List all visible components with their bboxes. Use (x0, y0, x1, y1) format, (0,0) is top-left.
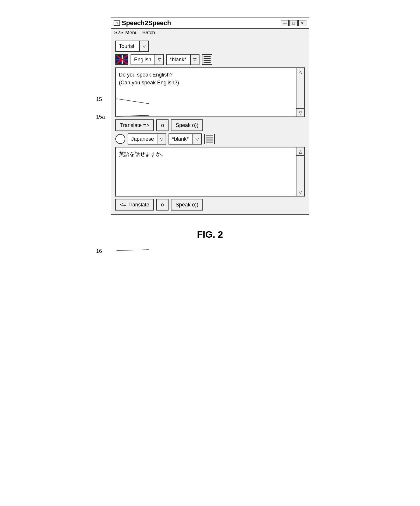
uk-flag-icon (115, 54, 128, 65)
line-6 (206, 138, 213, 138)
target-text-area: 英語を話せますか。 △ ▽ (115, 147, 305, 197)
title-bar: □ Speech2Speech — □ × (111, 18, 309, 29)
english-row: English ▽ *blank* ▽ (115, 54, 305, 65)
japanese-row: Japanese ▽ *blank* ▽ (115, 133, 305, 145)
japanese-dropdown-arrow[interactable]: ▽ (157, 134, 166, 144)
translate-forward-row: Translate => o Speak o)) (115, 119, 305, 131)
o-button-1[interactable]: o (156, 119, 169, 131)
source-text-content: Do you speak English? (Can you speak Eng… (116, 68, 296, 116)
source-text-line1: Do you speak English? (119, 71, 293, 79)
english-dropdown-value: English (131, 57, 155, 63)
figure-caption: FIG. 2 (197, 229, 223, 240)
target-scrollbar: △ ▽ (296, 147, 304, 196)
tourist-dropdown-value: Tourist (116, 43, 139, 49)
japanese-dropdown-value: Japanese (128, 136, 157, 142)
lines-icon-2[interactable] (204, 134, 215, 144)
radio-button[interactable] (115, 134, 125, 144)
flag-cross (116, 55, 128, 64)
title-bar-controls: — □ × (281, 20, 306, 26)
main-content: Tourist ▽ English ▽ (111, 37, 309, 214)
blank-dropdown-2[interactable]: *blank* ▽ (169, 133, 202, 145)
blank-dropdown-1-value: *blank* (167, 57, 190, 63)
maximize-button[interactable]: □ (289, 20, 298, 26)
translate-back-button[interactable]: <= Translate (115, 199, 154, 211)
blank-dropdown-1[interactable]: *blank* ▽ (166, 54, 199, 65)
source-scrollbar: △ ▽ (296, 68, 304, 116)
blank-dropdown-2-arrow[interactable]: ▽ (192, 134, 201, 144)
english-dropdown-arrow[interactable]: ▽ (155, 55, 163, 65)
target-scroll-up[interactable]: △ (296, 147, 304, 156)
tourist-dropdown[interactable]: Tourist ▽ (115, 41, 149, 52)
line-1 (204, 56, 211, 57)
line-7 (206, 140, 213, 140)
target-text-line1: 英語を話せますか。 (119, 150, 293, 158)
speak-forward-button[interactable]: Speak o)) (171, 119, 203, 131)
annotation-15a: 15a (96, 114, 105, 120)
o-button-2[interactable]: o (156, 199, 169, 211)
english-dropdown[interactable]: English ▽ (131, 54, 164, 65)
lines-icon-1[interactable] (202, 54, 212, 65)
tourist-row: Tourist ▽ (115, 41, 305, 52)
close-button[interactable]: × (298, 20, 306, 26)
blank-dropdown-1-arrow[interactable]: ▽ (190, 55, 199, 65)
translate-back-row: <= Translate o Speak o)) (115, 199, 305, 211)
minimize-button[interactable]: — (281, 20, 289, 26)
annotation-16: 16 (96, 248, 102, 254)
source-text-line2: (Can you speak English?) (119, 79, 293, 87)
menu-batch[interactable]: Batch (142, 30, 155, 36)
svg-line-2 (117, 250, 149, 251)
line-4 (204, 62, 211, 63)
flag-uk-graphic (116, 55, 128, 64)
application-window: □ Speech2Speech — □ × S2S-Menu Batch (111, 18, 309, 215)
annotation-15: 15 (96, 96, 102, 102)
window-title: Speech2Speech (122, 19, 171, 27)
tourist-dropdown-arrow[interactable]: ▽ (139, 41, 148, 51)
line-2 (204, 58, 211, 59)
source-scroll-up[interactable]: △ (296, 68, 304, 76)
app-icon: □ (114, 20, 120, 26)
translate-forward-button[interactable]: Translate => (115, 119, 154, 131)
menu-s2s[interactable]: S2S-Menu (114, 30, 138, 36)
title-bar-left: □ Speech2Speech (114, 19, 171, 27)
line-3 (204, 60, 211, 61)
line-5 (206, 135, 213, 136)
japanese-dropdown[interactable]: Japanese ▽ (128, 133, 166, 145)
target-text-content: 英語を話せますか。 (116, 147, 296, 196)
page-wrapper: 15 15a 16 □ Speech2Speech — □ × (90, 18, 330, 240)
line-8 (206, 142, 213, 142)
source-text-area: Do you speak English? (Can you speak Eng… (115, 67, 305, 117)
blank-dropdown-2-value: *blank* (169, 136, 192, 142)
menu-bar: S2S-Menu Batch (111, 29, 309, 37)
source-scroll-down[interactable]: ▽ (296, 108, 304, 116)
target-scroll-down[interactable]: ▽ (296, 188, 304, 196)
speak-back-button[interactable]: Speak o)) (171, 199, 203, 211)
